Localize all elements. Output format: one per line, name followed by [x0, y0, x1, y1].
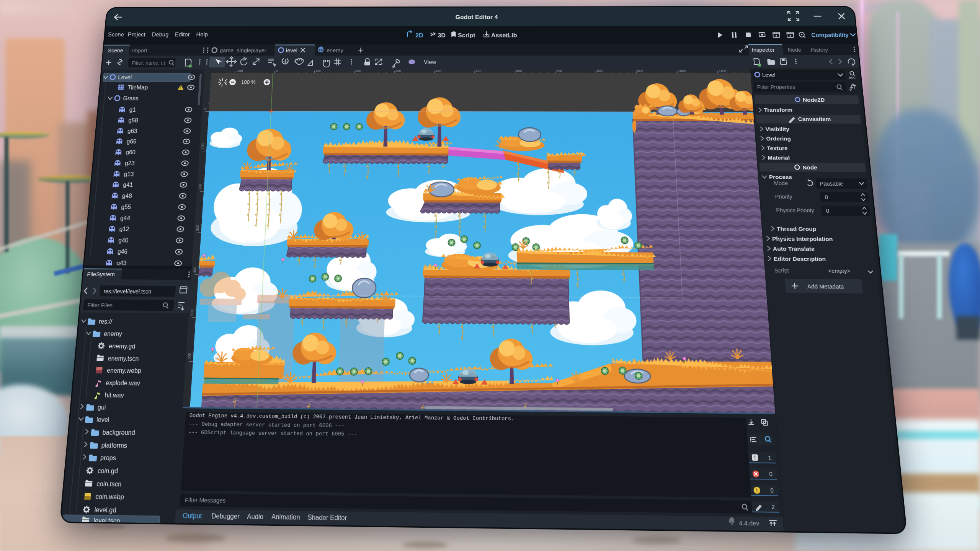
svg-text:level: level [286, 47, 298, 53]
svg-text:enemy.gd: enemy.gd [109, 342, 136, 350]
svg-text:g55: g55 [121, 204, 131, 210]
svg-text:Editor Description: Editor Description [773, 255, 826, 262]
svg-text:Level: Level [118, 74, 132, 80]
svg-text:Texture: Texture [767, 145, 788, 151]
svg-text:g65: g65 [126, 138, 137, 145]
svg-text:Shader Editor: Shader Editor [307, 514, 347, 522]
svg-text:Help: Help [196, 31, 208, 37]
svg-text:Debug: Debug [152, 31, 169, 37]
svg-text:4.4.dev: 4.4.dev [739, 520, 760, 527]
svg-text:Compatibility: Compatibility [811, 32, 849, 38]
svg-text:600: 600 [516, 69, 522, 73]
svg-text:g1: g1 [129, 106, 136, 113]
svg-text:Script: Script [458, 32, 475, 38]
svg-text:Godot Editor 4: Godot Editor 4 [456, 14, 498, 20]
svg-text:Animation: Animation [271, 513, 300, 521]
svg-text:hit.wav: hit.wav [105, 391, 125, 399]
svg-text:<empty>: <empty> [828, 267, 851, 274]
svg-text:Filter: name, t:t: Filter: name, t:t [132, 60, 166, 66]
svg-text:Scene: Scene [108, 31, 124, 37]
svg-text:Inspector: Inspector [751, 47, 775, 53]
svg-text:!: ! [754, 455, 756, 460]
svg-text:Process: Process [769, 174, 792, 181]
svg-text:600: 600 [187, 353, 191, 359]
svg-text:Scene: Scene [108, 48, 123, 54]
svg-text:300: 300 [195, 225, 200, 231]
svg-text:View: View [424, 59, 436, 65]
svg-text:Node: Node [802, 164, 818, 171]
svg-text:res://level/level.tscn: res://level/level.tscn [103, 288, 152, 295]
svg-text:DOC: DOC [849, 76, 856, 79]
svg-text:900: 900 [637, 69, 644, 73]
svg-text:g48: g48 [122, 192, 132, 199]
svg-text:History: History [810, 47, 828, 53]
svg-text:CanvasItem: CanvasItem [798, 116, 831, 122]
svg-text:Node: Node [788, 47, 802, 53]
svg-text:Filter Messages: Filter Messages [185, 497, 226, 504]
svg-text:300: 300 [395, 69, 401, 73]
svg-text:Filter Files: Filter Files [87, 302, 113, 308]
svg-text:400: 400 [436, 69, 441, 73]
svg-text:100: 100 [201, 143, 205, 149]
svg-text:1000: 1000 [678, 69, 686, 73]
svg-text:0: 0 [276, 69, 278, 73]
svg-text:700: 700 [556, 69, 562, 73]
svg-text:100: 100 [315, 69, 322, 73]
svg-text:enemy: enemy [103, 330, 122, 337]
svg-text:AssetLib: AssetLib [491, 32, 517, 38]
svg-text:g46: g46 [117, 248, 127, 255]
svg-text:TileMap: TileMap [127, 84, 148, 90]
svg-text:g60: g60 [126, 149, 136, 156]
svg-text:g13: g13 [124, 171, 134, 178]
svg-text:enemy.tscn: enemy.tscn [108, 355, 139, 362]
svg-text:Output: Output [183, 512, 202, 520]
svg-text:Audio: Audio [247, 513, 264, 521]
svg-text:Filter Properties: Filter Properties [757, 84, 795, 90]
svg-text:Editor: Editor [175, 31, 190, 37]
svg-text:g41: g41 [123, 181, 133, 188]
svg-text:Transform: Transform [764, 107, 792, 113]
svg-text:0: 0 [203, 108, 207, 109]
svg-text:Material: Material [767, 154, 790, 161]
svg-text:800: 800 [597, 69, 603, 73]
svg-text:g43: g43 [116, 260, 127, 267]
svg-text:platforms: platforms [101, 442, 127, 449]
svg-text:Ordering: Ordering [766, 135, 791, 142]
svg-text:500: 500 [476, 69, 482, 73]
svg-text:enemy: enemy [327, 47, 343, 53]
svg-text:1100: 1100 [719, 69, 727, 73]
svg-text:3D: 3D [438, 32, 446, 38]
svg-text:game_singleplayer: game_singleplayer [220, 47, 267, 53]
svg-text:Pausable: Pausable [820, 181, 843, 187]
svg-text:Node2D: Node2D [802, 96, 825, 103]
svg-text:Physics Priority: Physics Priority [776, 207, 815, 214]
svg-text:g12: g12 [119, 226, 129, 233]
svg-text:Project: Project [127, 31, 145, 37]
svg-text:Priority: Priority [775, 194, 793, 200]
svg-text:Auto Translate: Auto Translate [773, 245, 815, 253]
svg-text:Physics Interpolation: Physics Interpolation [772, 235, 833, 243]
svg-text:Script: Script [774, 267, 789, 274]
svg-text:0: 0 [769, 471, 773, 478]
svg-text:coin.gd: coin.gd [97, 467, 118, 474]
svg-text:400: 400 [193, 267, 197, 273]
svg-text:0: 0 [826, 208, 830, 214]
svg-text:Debugger: Debugger [211, 512, 240, 520]
svg-text:props: props [100, 454, 116, 462]
svg-text:Visibility: Visibility [765, 126, 790, 132]
svg-text:200: 200 [355, 69, 361, 73]
svg-text:Mode: Mode [774, 180, 788, 186]
svg-text:gui: gui [97, 404, 106, 411]
svg-text:500: 500 [190, 309, 194, 316]
svg-text:level.gd: level.gd [94, 506, 117, 514]
svg-text:coin.tscn: coin.tscn [96, 480, 122, 488]
svg-text:Grass: Grass [123, 95, 139, 101]
svg-text:g58: g58 [128, 117, 139, 124]
svg-text:FileSystem: FileSystem [87, 271, 115, 277]
svg-text:Import: Import [132, 48, 148, 54]
svg-text:-100: -100 [236, 69, 243, 73]
svg-text:0: 0 [825, 194, 828, 200]
svg-text:2: 2 [771, 504, 775, 511]
svg-text:1: 1 [768, 455, 771, 461]
svg-text:enemy.webp: enemy.webp [106, 367, 141, 374]
